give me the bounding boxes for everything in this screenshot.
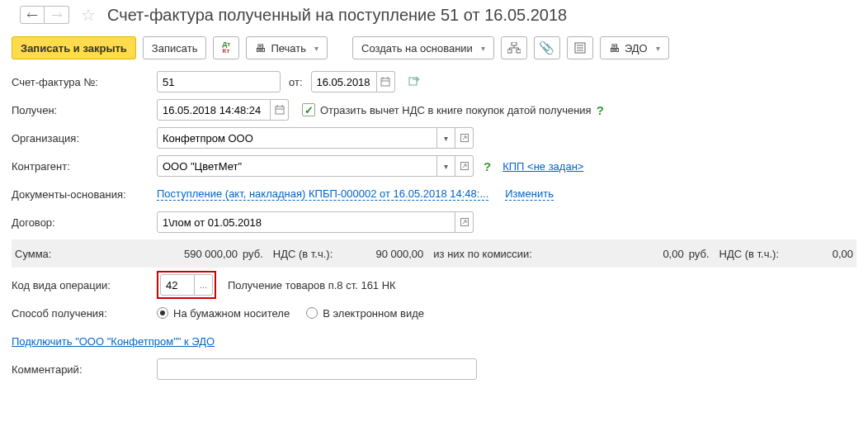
invoice-date-input[interactable] <box>311 71 377 92</box>
svg-rect-0 <box>512 42 517 45</box>
commission-label: из них по комиссии: <box>433 248 532 260</box>
svg-rect-7 <box>381 78 389 86</box>
back-button[interactable]: 🡐 <box>20 6 45 24</box>
create-based-button[interactable]: Создать на основании <box>352 36 494 59</box>
svg-rect-2 <box>517 50 521 53</box>
dtkt-icon: ДтКт <box>223 41 231 54</box>
print-button[interactable]: 🖶 Печать <box>246 36 328 59</box>
op-code-label: Код вида операции: <box>12 279 152 291</box>
list-button[interactable] <box>567 36 593 59</box>
paperclip-icon: 📎 <box>539 40 554 55</box>
sum-label: Сумма: <box>15 248 155 260</box>
commission-value: 0,00 <box>532 248 684 260</box>
printer-icon: 🖶 <box>255 42 266 54</box>
comment-label: Комментарий: <box>12 363 152 376</box>
dropdown-icon[interactable]: ▾ <box>437 155 455 177</box>
receive-method-label: Способ получения: <box>12 307 152 320</box>
counterparty-label: Контрагент: <box>12 160 152 173</box>
radio-paper[interactable]: На бумажном носителе <box>157 307 290 320</box>
summary-row: Сумма: 590 000,00 руб. НДС (в т.ч.): 90 … <box>12 239 856 268</box>
page-title: Счет-фактура полученный на поступление 5… <box>107 6 567 25</box>
change-link[interactable]: Изменить <box>505 187 554 201</box>
received-label: Получен: <box>12 104 152 116</box>
write-close-button[interactable]: Записать и закрыть <box>12 36 136 59</box>
invoice-no-label: Счет-фактура №: <box>12 76 152 88</box>
svg-rect-13 <box>276 107 284 114</box>
sum-value: 590 000,00 <box>155 248 238 260</box>
attach-button[interactable]: 📎 <box>534 36 560 59</box>
help-icon[interactable]: ? <box>484 159 491 173</box>
comment-input[interactable] <box>157 358 477 380</box>
counterparty-input[interactable] <box>157 155 437 177</box>
structure-icon <box>507 42 521 54</box>
favorite-star-icon[interactable]: ☆ <box>81 5 96 25</box>
forward-button[interactable]: 🡒 <box>45 6 69 24</box>
org-input[interactable] <box>157 127 437 149</box>
calendar-icon[interactable] <box>271 99 289 121</box>
vat-checkbox-label: Отразить вычет НДС в книге покупок датой… <box>320 104 592 116</box>
vat2-label: НДС (в т.ч.): <box>719 248 780 260</box>
vat-value: 90 000,00 <box>333 248 423 260</box>
toolbar: Записать и закрыть Записать ДтКт 🖶 Печат… <box>0 33 868 68</box>
list-icon <box>574 42 586 54</box>
help-icon[interactable]: ? <box>597 103 604 117</box>
structure-button[interactable] <box>501 36 527 59</box>
edo-icon: 🖶 <box>609 42 620 54</box>
contract-input[interactable] <box>157 211 455 233</box>
open-icon[interactable] <box>455 211 474 233</box>
invoice-no-input[interactable] <box>157 71 281 92</box>
ellipsis-icon[interactable]: … <box>195 274 213 296</box>
received-datetime-input[interactable] <box>157 99 271 121</box>
calendar-icon[interactable] <box>377 71 395 92</box>
basis-docs-label: Документы-основания: <box>12 188 152 201</box>
open-icon[interactable] <box>455 155 474 177</box>
svg-rect-1 <box>507 50 512 53</box>
org-label: Организация: <box>12 132 152 145</box>
connect-edo-link[interactable]: Подключить "ООО "Конфетпром"" к ЭДО <box>12 335 215 348</box>
vat-checkbox[interactable]: ✓ <box>302 103 315 116</box>
vat2-value: 0,00 <box>779 248 853 260</box>
contract-label: Договор: <box>12 216 152 229</box>
from-label: от: <box>289 76 303 88</box>
svg-rect-11 <box>409 78 417 85</box>
radio-electronic[interactable]: В электронном виде <box>306 307 424 320</box>
write-button[interactable]: Записать <box>143 36 207 59</box>
dropdown-icon[interactable]: ▾ <box>437 127 455 149</box>
kpp-link[interactable]: КПП <не задан> <box>502 160 583 173</box>
vat-incl-label: НДС (в т.ч.): <box>273 248 333 260</box>
basis-doc-link[interactable]: Поступление (акт, накладная) КПБП-000002… <box>157 187 488 201</box>
edo-button[interactable]: 🖶 ЭДО <box>600 36 669 59</box>
op-code-input[interactable] <box>160 274 195 296</box>
open-icon[interactable] <box>455 127 474 149</box>
dtkt-button[interactable]: ДтКт <box>213 36 239 59</box>
refresh-icon[interactable] <box>408 75 420 89</box>
op-code-desc: Получение товаров п.8 ст. 161 НК <box>228 279 396 291</box>
